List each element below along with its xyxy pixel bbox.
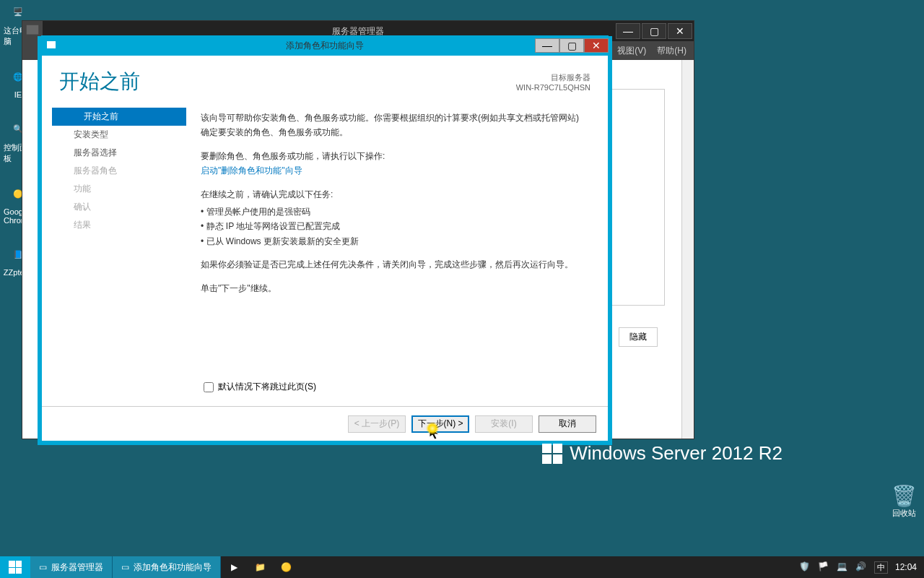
tray-sound-icon[interactable]: 🔊 [855,561,867,573]
nav-installation-type[interactable]: 安装类型 [42,126,186,144]
maximize-button[interactable]: ▢ [642,23,666,39]
skip-checkbox-input[interactable] [204,382,214,392]
svg-rect-1 [47,41,56,48]
remove-roles-link[interactable]: 启动"删除角色和功能"向导 [201,165,302,176]
hide-button[interactable]: 隐藏 [619,327,658,347]
wizard-minimize-button[interactable]: — [535,38,559,53]
svg-rect-0 [27,25,39,35]
wizard-maximize-button[interactable]: ▢ [559,38,584,53]
wizard-title: 添加角色和功能向导 [286,40,364,52]
taskbar-chrome[interactable]: 🟡 [273,556,299,578]
cancel-button[interactable]: 取消 [539,415,596,433]
wizard-content: 该向导可帮助你安装角色、角色服务或功能。你需要根据组织的计算要求(例如共享文档或… [186,108,608,397]
flag-icon: ▭ [121,562,129,572]
start-icon [9,561,22,574]
tray-network-icon[interactable]: 💻 [837,561,848,573]
taskbar: ▭ 服务器管理器 ▭ 添加角色和功能向导 ▶ 📁 🟡 🛡️ 🏳️ 💻 🔊 中 1… [0,556,924,578]
menu-help[interactable]: 帮助(H) [657,45,687,57]
page-title: 开始之前 [59,68,140,95]
nav-server-roles: 服务器角色 [42,162,186,180]
os-watermark: Windows Server 2012 R2 [542,442,783,465]
skip-checkbox[interactable]: 默认情况下将跳过此页(S) [204,381,316,393]
minimize-button[interactable]: — [616,23,640,39]
nav-confirmation: 确认 [42,198,186,216]
tray-security-icon[interactable]: 🛡️ [799,561,811,573]
nav-before-you-begin[interactable]: 开始之前 [52,108,186,126]
taskbar-explorer[interactable]: 📁 [247,556,273,578]
flag-icon: ▭ [39,562,47,572]
close-button[interactable]: ✕ [668,23,692,39]
add-roles-wizard: 添加角色和功能向导 — ▢ ✕ 开始之前 目标服务器 WIN-R79C7L5QH… [38,36,612,445]
install-button: 安装(I) [475,415,533,433]
tray-ime[interactable]: 中 [874,561,888,574]
tray-flag-icon[interactable]: 🏳️ [818,561,829,573]
taskbar-server-manager[interactable]: ▭ 服务器管理器 [30,556,113,578]
wizard-nav: 开始之前 安装类型 服务器选择 服务器角色 功能 确认 结果 [42,108,186,397]
scrollbar[interactable] [681,60,694,439]
wizard-icon [41,35,61,56]
nav-features: 功能 [42,180,186,198]
menu-view[interactable]: 视图(V) [617,45,646,57]
clock[interactable]: 12:04 [895,562,917,572]
nav-server-selection[interactable]: 服务器选择 [42,144,186,162]
recycle-bin[interactable]: 🗑️ 回收站 [892,484,917,519]
previous-button: < 上一步(P) [348,415,406,433]
wizard-close-button[interactable]: ✕ [584,38,609,53]
nav-results: 结果 [42,216,186,234]
start-button[interactable] [0,556,30,578]
windows-logo-icon [542,444,562,464]
target-server-info: 目标服务器 WIN-R79C7L5QHSN [516,72,590,92]
taskbar-powershell[interactable]: ▶ [221,556,247,578]
next-button[interactable]: 下一步(N) > [411,415,469,433]
taskbar-wizard[interactable]: ▭ 添加角色和功能向导 [113,556,221,578]
